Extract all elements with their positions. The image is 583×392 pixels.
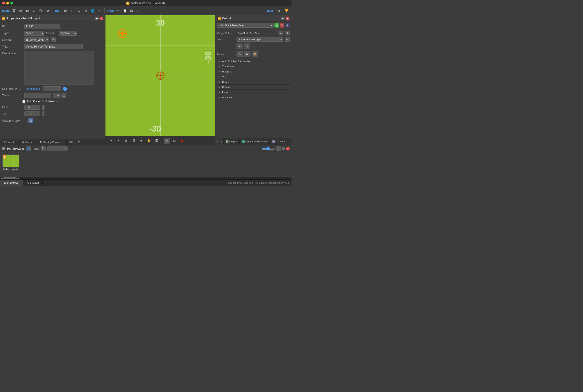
vt-add-button[interactable]: + (115, 138, 122, 144)
title-input[interactable] (24, 44, 83, 49)
output-folder-delete-button[interactable]: 🗑 (285, 31, 290, 36)
output-controls[interactable]: ⟲ ✕ (281, 16, 289, 20)
filter-select[interactable] (47, 146, 68, 151)
tour-item-1[interactable]: 1 8x4-green-grid (2, 154, 19, 170)
output-nav-tab-output[interactable]: Output (224, 139, 240, 144)
view-btn-2[interactable]: 📋 (122, 8, 128, 14)
link-info-button[interactable]: i (63, 87, 67, 91)
section-hotspots[interactable]: ▶ Hotspots (217, 69, 290, 74)
output-skin-select[interactable]: $d/noblackbars.ggsk (237, 37, 283, 42)
input-btn-3[interactable]: ◧ (25, 8, 30, 14)
input-btn-6[interactable]: ⚙ (45, 8, 51, 14)
viewport-canvas[interactable]: 30 -30 -30 (106, 15, 215, 136)
input-btn-2[interactable]: ⊞ (18, 8, 24, 14)
id-input[interactable] (24, 24, 60, 29)
tour-scroll-left[interactable]: ◀ (1, 177, 3, 180)
vt-spin-button[interactable]: ⟳ (108, 138, 114, 144)
link-target-input[interactable] (43, 86, 61, 91)
edit-btn-1[interactable]: ⊞ (63, 8, 69, 14)
zoom-slider[interactable] (261, 147, 275, 150)
tools-btn-1[interactable]: ★ (276, 8, 282, 14)
source-select[interactable]: Vimeo (59, 31, 77, 36)
output-settings-button[interactable]: ⚙ (237, 51, 243, 57)
minimize-button[interactable] (6, 2, 9, 4)
section-control[interactable]: ▶ Control (217, 84, 290, 90)
vt-hand-button[interactable]: ✋ (146, 138, 152, 144)
output-publish-button[interactable]: 📦 (252, 51, 258, 57)
view-btn-4[interactable]: ⊞ (135, 8, 141, 14)
tilt-input[interactable] (24, 112, 40, 116)
description-textarea[interactable] (24, 51, 94, 84)
view-btn-3[interactable]: ◎ (129, 8, 134, 14)
input-btn-5[interactable]: 🗺 (38, 8, 44, 14)
tour-scrollbar[interactable]: ◀ ▶ (0, 177, 292, 180)
tour-scroll-right[interactable]: ▶ (17, 177, 20, 180)
target-input[interactable] (24, 93, 51, 98)
skin-id-icon[interactable]: ▼ (51, 38, 56, 42)
output-restore-button[interactable]: ⟲ (281, 16, 285, 20)
link-value[interactable]: 449555536 (27, 87, 40, 90)
output-nav-scroll-left[interactable]: ◀ (215, 138, 219, 145)
section-image[interactable]: ▶ Image (217, 90, 290, 95)
output-skin-icon-1[interactable]: ★ (237, 44, 243, 49)
tilt-up-button[interactable]: ▲ (42, 112, 45, 114)
tools-btn-2[interactable]: 🏆 (283, 8, 289, 14)
pan-down-button[interactable]: ▼ (42, 107, 45, 110)
tab-overview[interactable]: ◎ Overvi... (20, 139, 38, 145)
edit-btn-4[interactable]: ⊞ (83, 8, 89, 14)
custom-image-button[interactable]: 🖼 (28, 118, 33, 123)
target-icon-button[interactable]: ◎ (62, 93, 67, 98)
tour-browser-close-button[interactable]: ✕ (286, 147, 290, 150)
output-nav-tab-list[interactable]: List View (270, 139, 288, 144)
vt-rect-button[interactable]: ◻ (171, 138, 178, 144)
output-skin-icon-2[interactable]: ⚙ (244, 44, 250, 49)
window-controls[interactable] (2, 2, 13, 4)
skin-id-select[interactable]: ht_video_vimeo (24, 38, 49, 42)
vt-square-button[interactable]: ◼ (179, 138, 185, 144)
output-folder-edit-button[interactable]: ✏ (278, 31, 283, 36)
auto-place-checkbox[interactable] (23, 100, 25, 103)
output-path-select[interactable]: ../No-Black-Bars-Vimeo (217, 23, 274, 28)
section-auto-rotation[interactable]: ▶ Auto Rotation & Animation (217, 59, 290, 64)
section-advanced[interactable]: ▶ Advanced (217, 95, 290, 100)
edit-btn-6[interactable]: ◎ (96, 8, 102, 14)
pan-up-button[interactable]: ▲ (42, 105, 45, 107)
output-close-button[interactable]: ✕ (286, 16, 289, 20)
hotspot-icon[interactable] (118, 29, 127, 38)
tour-browser-view-button[interactable]: ⊞ (276, 146, 281, 151)
section-transitions[interactable]: ▶ Transitions (217, 64, 290, 69)
vt-crosshair-button[interactable]: ⊕ (164, 138, 170, 144)
input-btn-4[interactable]: ⊕ (31, 8, 37, 14)
output-clone-button[interactable]: ⎘ (285, 23, 290, 28)
output-add-button[interactable]: + (274, 23, 279, 28)
bottom-tab-animation[interactable]: Animation (23, 180, 43, 186)
vt-grid-button[interactable]: ⊞ (123, 138, 129, 144)
tab-user-data[interactable]: ◧ User D... (67, 139, 85, 145)
input-btn-1[interactable]: 🖼 (11, 8, 17, 14)
vt-link-button[interactable]: ⛓ (131, 138, 137, 144)
panel-close-button[interactable]: ✕ (99, 16, 103, 20)
tab-properties[interactable]: ⬡ Properti... (0, 139, 20, 145)
output-play-button[interactable]: ▶ (244, 51, 250, 57)
bottom-tab-tour-browser[interactable]: Tour Browser (0, 180, 23, 186)
view-btn-1[interactable]: 👁 (115, 8, 121, 14)
maximize-button[interactable] (10, 2, 13, 4)
output-nav-tab-gsv[interactable]: Google Street View (240, 139, 270, 144)
tab-viewing-params[interactable]: ⊞ Viewing Paramet... (38, 139, 67, 145)
edit-btn-5[interactable]: 🌐 (90, 8, 95, 14)
panel-controls[interactable]: ⟲ ✕ (95, 16, 103, 20)
target-select[interactable] (53, 93, 60, 98)
section-html[interactable]: ▶ HTML (217, 80, 290, 84)
panel-restore-button[interactable]: ⟲ (95, 16, 99, 20)
edit-btn-2[interactable]: ⊡ (69, 8, 75, 14)
section-vr[interactable]: ▶ VR (217, 74, 290, 80)
close-button[interactable] (2, 2, 5, 4)
tilt-down-button[interactable]: ▼ (42, 114, 45, 116)
edit-btn-3[interactable]: ⊕ (76, 8, 82, 14)
vt-pano-button[interactable]: 🖼 (154, 138, 160, 144)
pan-input[interactable] (24, 105, 40, 110)
tour-browser-restore-button[interactable]: ⟲ (282, 147, 285, 150)
output-remove-button[interactable]: ✕ (280, 23, 284, 28)
type-select[interactable]: Video (24, 31, 45, 36)
output-skin-edit-button[interactable]: ✏ (285, 37, 290, 42)
